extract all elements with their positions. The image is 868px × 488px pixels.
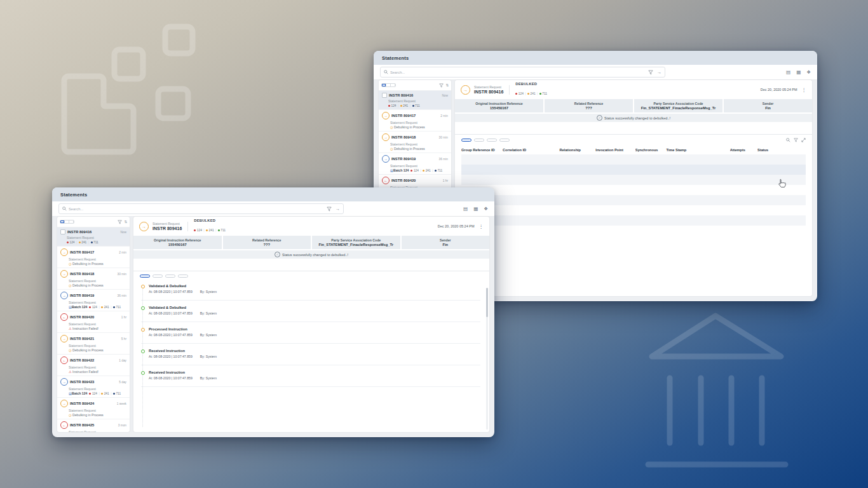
status-filter-pill[interactable] [140,274,150,278]
search-placeholder: Search... [390,71,646,74]
statement-id: INSTR 809423 [70,380,94,384]
layers-icon[interactable]: ❖ [806,70,811,75]
list-item-lead-icon[interactable] [382,155,390,163]
list-item-lead-icon[interactable] [382,177,390,184]
list-item-lead-icon[interactable] [382,112,390,119]
status-filter-pill[interactable] [461,139,471,142]
list-filter-tab[interactable] [60,220,65,223]
table-header-cell[interactable]: Relationship [559,148,595,152]
statement-status: Instruction Failed! [69,370,98,374]
list-item-lead-icon[interactable] [60,229,65,234]
list-item-lead-icon[interactable] [60,292,68,299]
table-header-cell[interactable]: Invocation Point [595,148,635,152]
list-item-lead-icon[interactable] [60,335,68,342]
table-search-icon[interactable] [786,138,790,142]
table-row[interactable] [461,205,806,215]
statement-list-item[interactable]: INSTR 809420 1 hr Statement Request Inst… [57,311,130,333]
table-filter-icon[interactable] [794,138,798,142]
count-badge: 124 [410,169,419,172]
detail-tabs [133,259,489,271]
statement-list-item[interactable]: INSTR 809424 1 week Statement Request De… [57,398,130,419]
expand-icon[interactable] [801,138,806,142]
log-meta: At: 08-08-2020 | 10:07:47.859By: System [149,290,480,294]
list-filter-tab[interactable] [69,220,74,223]
table-row[interactable] [461,165,806,175]
table-header-cell[interactable]: Group Reference ID [461,148,503,152]
statement-list-item[interactable]: INSTR 809416 Now Statement Request 12424… [379,91,451,110]
search-input[interactable]: Search... → [380,67,665,78]
list-filter-icon[interactable] [439,83,444,88]
status-filter-pill[interactable] [499,139,510,142]
statement-age: 36 min [118,294,126,297]
table-header-cell[interactable]: Synchronous [635,148,667,152]
table-row[interactable] [461,195,806,205]
statement-list-item[interactable]: INSTR 809419 36 min Statement Request Ba… [379,153,451,175]
table-header-cell[interactable]: Attempts [730,148,757,152]
list-item-lead-icon[interactable] [60,400,68,407]
table-row[interactable] [461,175,806,185]
list-item-lead-icon[interactable] [60,421,68,429]
status-filter-pill[interactable] [165,274,175,278]
search-input[interactable]: Search... → [58,203,344,214]
list-item-lead-icon[interactable] [60,270,68,278]
layers-icon[interactable]: ❖ [484,207,488,212]
list-filter-tab[interactable] [386,84,391,86]
search-filter-icon[interactable] [648,70,653,75]
statement-list-item[interactable]: INSTR 809425 3 mon Statement Request Ins… [57,419,130,432]
search-filter-icon[interactable] [327,207,332,212]
search-submit-icon[interactable]: → [336,207,340,211]
list-item-lead-icon[interactable] [382,93,387,98]
log-scrollbar-thumb[interactable] [486,288,488,317]
table-row[interactable] [461,215,806,226]
list-item-lead-icon[interactable] [382,133,390,141]
statements-window-front[interactable]: Statements Search... → ▤ ▦ ❖ [52,187,494,437]
status-filter-pill[interactable] [178,274,188,278]
list-item-lead-icon[interactable] [60,378,68,386]
table-header-cell[interactable]: Time Stamp [666,148,729,152]
statement-list-item[interactable]: INSTR 809417 2 min Statement Request Deb… [57,247,130,268]
table-header-cell[interactable]: Correlation ID [503,148,559,152]
list-item-lead-icon[interactable] [60,248,68,256]
list-item-lead-icon[interactable] [60,356,68,364]
status-filter-pill[interactable] [474,139,484,142]
statement-type: Statement Request [69,365,126,369]
window-titlebar[interactable]: Statements [52,187,494,201]
status-filter-pill[interactable] [153,274,163,278]
badge-dot-icon [194,229,196,231]
report-icon[interactable]: ▤ [463,207,468,212]
list-sort-icon[interactable]: ⇅ [124,220,127,224]
statement-list-item[interactable]: INSTR 809422 1 day Statement Request Ins… [57,355,130,376]
list-filter-tab[interactable] [382,84,386,86]
table-row[interactable] [461,154,806,165]
statement-status: Debulking in Process [69,262,104,266]
list-filter-icon[interactable] [118,220,122,224]
window-titlebar[interactable]: Statements [374,51,817,65]
kebab-menu-icon[interactable]: ⋮ [802,87,807,93]
statement-id: INSTR 809418 [70,272,94,276]
statement-list-item[interactable]: INSTR 809418 30 min Statement Request De… [57,268,130,290]
list-filter-tab[interactable] [65,220,69,223]
kebab-menu-icon[interactable]: ⋮ [479,224,484,229]
grid-view-icon[interactable]: ▦ [796,70,801,75]
statement-list-item[interactable]: INSTR 809419 36 min Statement Request Ba… [57,290,130,311]
search-submit-icon[interactable]: → [657,70,661,74]
report-icon[interactable]: ▤ [786,70,790,75]
statement-list-item[interactable]: INSTR 809421 5 hr Statement Request Debu… [57,333,130,355]
statement-list-item[interactable]: INSTR 809418 30 min Statement Request De… [379,132,451,153]
statement-list-item[interactable]: INSTR 809417 2 min Statement Request Deb… [379,110,451,132]
status-filter-pill[interactable] [487,139,497,142]
detail-statement-id: INSTR 809416 [153,226,182,231]
statement-type: Statement Request [69,430,126,433]
badge-dot-icon [515,93,517,95]
count-badge: 711 [109,392,121,395]
grid-view-icon[interactable]: ▦ [473,207,478,212]
list-filter-tab[interactable] [391,84,395,86]
statement-list-item[interactable]: INSTR 809423 5 day Statement Request Bat… [57,376,130,398]
log-scrollbar[interactable] [486,288,488,430]
list-sort-icon[interactable]: ⇅ [445,83,449,87]
statement-type: Statement Request [69,322,126,326]
table-header-cell[interactable]: Status [757,148,806,152]
table-row[interactable] [461,185,806,195]
statement-list-item[interactable]: INSTR 809416 Now Statement Request 12424… [57,227,130,247]
list-item-lead-icon[interactable] [60,313,68,321]
